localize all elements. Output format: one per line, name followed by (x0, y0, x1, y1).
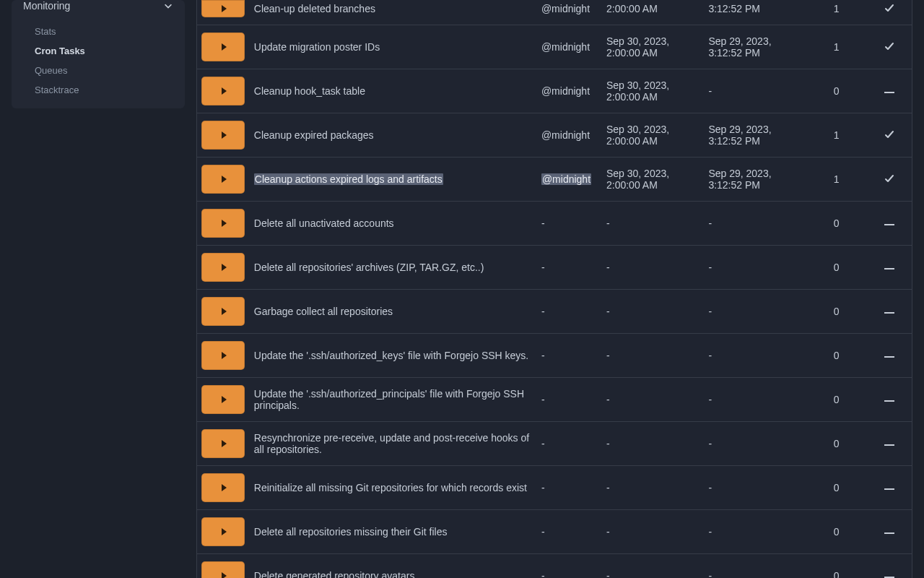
play-icon (222, 264, 227, 271)
sidebar-item-label: Stacktrace (35, 85, 79, 95)
chevron-down-icon (163, 1, 173, 11)
play-icon (222, 572, 227, 578)
task-exec-count: 1 (806, 0, 867, 25)
task-prev-run: - (704, 290, 806, 334)
dash-icon (883, 306, 896, 319)
task-name: Clean-up deleted branches (254, 3, 375, 14)
cron-task-row: Delete generated repository avatars---0 (197, 554, 912, 579)
task-prev-run: - (704, 510, 806, 554)
play-icon (222, 440, 227, 447)
task-next-run: - (602, 466, 704, 510)
play-icon (222, 131, 227, 139)
task-name: Garbage collect all repositories (254, 306, 393, 317)
run-task-button[interactable] (201, 429, 245, 458)
task-schedule: @midnight (541, 129, 590, 141)
task-schedule: - (541, 570, 545, 578)
cron-task-row: Clean-up deleted branches@midnight2:00:0… (197, 0, 912, 25)
task-prev-run: Sep 29, 2023, 3:12:52 PM (704, 113, 806, 158)
sidebar-item-queues[interactable]: Queues (12, 61, 185, 80)
task-next-run: - (602, 378, 704, 422)
task-next-run: Sep 30, 2023, 2:00:00 AM (602, 25, 704, 69)
main-content: Clean-up deleted branches@midnight2:00:0… (196, 0, 924, 578)
task-schedule: @midnight (541, 3, 590, 14)
check-icon (883, 40, 896, 53)
sidebar-header-monitoring[interactable]: Monitoring (12, 0, 185, 19)
dash-icon (883, 86, 896, 99)
dash-icon (883, 483, 896, 496)
play-icon (222, 176, 227, 183)
sidebar-group-monitoring: Monitoring StatsCron TasksQueuesStacktra… (12, 0, 185, 108)
task-prev-run: - (704, 69, 806, 113)
dash-icon (883, 218, 896, 231)
task-name: Reinitialize all missing Git repositorie… (254, 482, 527, 493)
task-exec-count: 0 (806, 290, 867, 334)
run-task-button[interactable] (201, 0, 245, 17)
cron-task-row: Delete all repositories missing their Gi… (197, 510, 912, 554)
sidebar-item-cron-tasks[interactable]: Cron Tasks (12, 41, 185, 61)
play-icon (222, 396, 227, 403)
sidebar-item-stats[interactable]: Stats (12, 22, 185, 41)
cron-task-row: Garbage collect all repositories---0 (197, 290, 912, 334)
run-task-button[interactable] (201, 209, 245, 238)
cron-task-row: Reinitialize all missing Git repositorie… (197, 466, 912, 510)
dash-icon (883, 439, 896, 452)
sidebar-items: StatsCron TasksQueuesStacktrace (12, 19, 185, 103)
task-schedule: @midnight (541, 41, 590, 53)
task-schedule: @midnight (541, 85, 590, 97)
dash-icon (883, 527, 896, 540)
task-name: Delete generated repository avatars (254, 570, 415, 578)
task-exec-count: 0 (806, 422, 867, 466)
play-icon (222, 5, 227, 12)
run-task-button[interactable] (201, 473, 245, 502)
task-next-run: 2:00:00 AM (602, 0, 704, 25)
cron-tasks-table: Clean-up deleted branches@midnight2:00:0… (196, 0, 912, 578)
play-icon (222, 308, 227, 315)
task-next-run: - (602, 554, 704, 579)
cron-task-row: Cleanup expired packages@midnightSep 30,… (197, 113, 912, 158)
task-schedule: - (541, 306, 545, 317)
task-next-run: - (602, 334, 704, 378)
cron-task-row: Cleanup hook_task table@midnightSep 30, … (197, 69, 912, 113)
sidebar-item-label: Cron Tasks (35, 46, 85, 56)
run-task-button[interactable] (201, 297, 245, 326)
task-exec-count: 0 (806, 378, 867, 422)
run-task-button[interactable] (201, 77, 245, 105)
task-prev-run: - (704, 378, 806, 422)
task-schedule: - (541, 350, 545, 361)
play-icon (222, 220, 227, 227)
run-task-button[interactable] (201, 121, 245, 150)
task-name: Update the '.ssh/authorized_keys' file w… (254, 350, 528, 361)
task-exec-count: 0 (806, 510, 867, 554)
cron-task-row: Cleanup actions expired logs and artifac… (197, 158, 912, 202)
task-schedule: @midnight (541, 173, 591, 185)
run-task-button[interactable] (201, 33, 245, 61)
task-name: Update the '.ssh/authorized_principals' … (254, 388, 524, 411)
play-icon (222, 528, 227, 535)
task-exec-count: 1 (806, 158, 867, 202)
run-task-button[interactable] (201, 385, 245, 414)
run-task-button[interactable] (201, 517, 245, 546)
dash-icon (883, 262, 896, 275)
check-icon (883, 128, 896, 141)
task-next-run: Sep 30, 2023, 2:00:00 AM (602, 69, 704, 113)
dash-icon (883, 571, 896, 579)
sidebar-item-label: Stats (35, 26, 56, 37)
task-name: Cleanup actions expired logs and artifac… (254, 173, 443, 185)
run-task-button[interactable] (201, 561, 245, 578)
sidebar-item-stacktrace[interactable]: Stacktrace (12, 80, 185, 100)
cron-task-row: Resynchronize pre-receive, update and po… (197, 422, 912, 466)
run-task-button[interactable] (201, 341, 245, 370)
run-task-button[interactable] (201, 165, 245, 194)
task-exec-count: 0 (806, 246, 867, 290)
task-schedule: - (541, 262, 545, 273)
dash-icon (883, 394, 896, 407)
task-schedule: - (541, 438, 545, 449)
task-next-run: - (602, 246, 704, 290)
task-prev-run: - (704, 202, 806, 246)
run-task-button[interactable] (201, 253, 245, 282)
play-icon (222, 352, 227, 359)
task-name: Delete all unactivated accounts (254, 217, 394, 229)
sidebar: Monitoring StatsCron TasksQueuesStacktra… (0, 0, 196, 578)
task-exec-count: 0 (806, 554, 867, 579)
task-prev-run: - (704, 466, 806, 510)
